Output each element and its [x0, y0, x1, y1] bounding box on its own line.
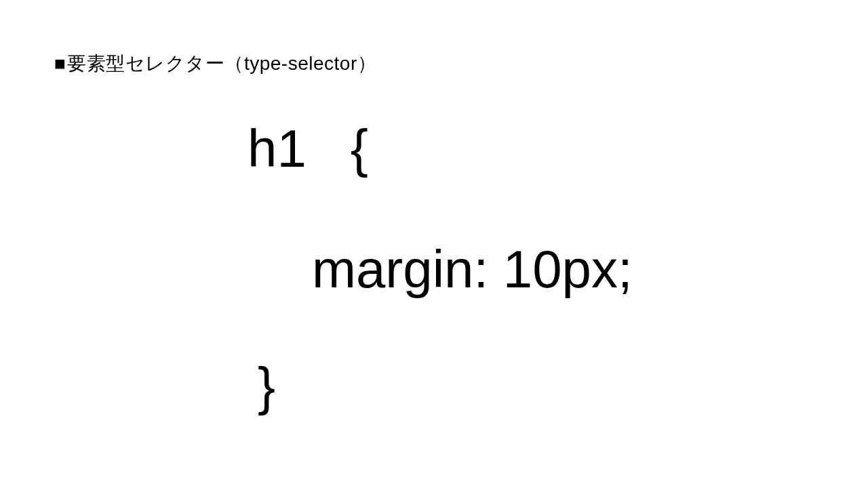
slide-heading: ■要素型セレクター（type-selector）: [54, 51, 376, 77]
code-line-3: }: [258, 360, 633, 413]
heading-text: 要素型セレクター（type-selector）: [67, 53, 376, 74]
code-line-1: h1 {: [248, 122, 633, 175]
code-example: h1 { margin: 10px; }: [248, 122, 633, 413]
bullet-icon: ■: [54, 53, 66, 75]
code-line-2: margin: 10px;: [312, 243, 633, 296]
